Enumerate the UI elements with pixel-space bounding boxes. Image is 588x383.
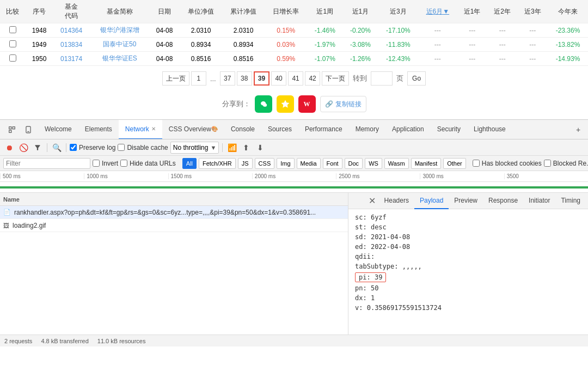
invert-checkbox[interactable] [93,160,100,167]
inspect-element-icon[interactable] [4,122,20,137]
filter-media-btn[interactable]: Media [297,158,321,169]
tab-welcome[interactable]: Welcome [38,120,78,139]
share-area: 分享到： W 🔗 复制链接 [0,91,588,119]
clear-btn[interactable]: 🚫 [17,142,29,154]
wifi-icon[interactable]: 📶 [226,142,238,154]
export-btn[interactable]: ⬇ [254,142,266,154]
page-42-btn[interactable]: 42 [305,71,320,86]
blocked-re-checkbox[interactable] [544,160,551,167]
fund-code-link[interactable]: 014364 [60,27,82,34]
filter-img-btn[interactable]: Img [277,158,294,169]
details-tab-initiator[interactable]: Initiator [523,193,555,209]
disable-cache-checkbox[interactable] [118,144,125,151]
preserve-log-checkbox[interactable] [70,144,77,151]
page-39-btn[interactable]: 39 [254,71,270,86]
page-37-btn[interactable]: 37 [220,71,235,86]
cell-code[interactable]: 013834 [53,38,90,52]
page-41-btn[interactable]: 41 [288,71,303,86]
cell-name[interactable]: 国泰中证50 [90,38,149,52]
filter-input[interactable] [3,158,90,169]
tick-2500: 2500 ms [336,173,420,179]
file-row-loading2[interactable]: 🖼 loading2.gif [0,219,348,232]
table-row: 1950 013174 银华华证ES 04-08 0.8516 0.8516 0… [0,52,588,66]
details-tab-payload[interactable]: Payload [414,193,449,209]
cell-code[interactable]: 014364 [53,23,90,38]
page-38-btn[interactable]: 38 [237,71,252,86]
cell-compare[interactable] [0,52,26,66]
prev-page-btn[interactable]: 上一页 [162,71,189,86]
tab-lighthouse[interactable]: Lighthouse [467,120,512,139]
filter-ws-btn[interactable]: WS [365,158,382,169]
file-row-rankhandler[interactable]: 📄 rankhandler.aspx?op=ph&dt=kf&ft=gp&rs=… [0,206,348,219]
page-40-btn[interactable]: 40 [271,71,286,86]
tab-memory[interactable]: Memory [349,120,385,139]
has-blocked-label[interactable]: Has blocked cookies [473,160,542,167]
copy-link-btn[interactable]: 🔗 复制链接 [320,96,366,112]
has-blocked-checkbox[interactable] [473,160,480,167]
tab-application[interactable]: Application [385,120,431,139]
compare-checkbox[interactable] [9,54,16,62]
details-tab-headers[interactable]: Headers [379,193,414,209]
details-close-btn[interactable]: ✕ [366,194,379,208]
details-tab-timing[interactable]: Timing [555,193,586,209]
tab-css-overview[interactable]: CSS Overview 🎨 [162,120,224,139]
filter-js-btn[interactable]: JS [238,158,253,169]
filter-manifest-btn[interactable]: Manifest [411,158,442,169]
filter-wasm-btn[interactable]: Wasm [384,158,409,169]
page-goto-input[interactable] [371,71,393,86]
add-tab-icon[interactable]: + [571,122,586,137]
blocked-re-label[interactable]: Blocked Re... [544,160,588,167]
cell-compare[interactable] [0,23,26,38]
tab-network[interactable]: Network ✕ [119,120,162,139]
tab-security[interactable]: Security [431,120,467,139]
page-1-btn[interactable]: 1 [191,71,206,86]
filter-fetchxhr-btn[interactable]: Fetch/XHR [199,158,236,169]
preserve-log-label[interactable]: Preserve log [70,144,115,151]
throttle-select[interactable]: No throttling ▼ [170,142,219,154]
device-toolbar-icon[interactable] [21,122,36,137]
weibo-share-icon[interactable]: W [298,95,316,113]
import-btn[interactable]: ⬆ [240,142,252,154]
cell-name[interactable]: 银华华证ES [90,52,149,66]
network-tab-close[interactable]: ✕ [151,126,156,132]
fund-name-link[interactable]: 银华华证ES [102,54,137,62]
hide-data-checkbox[interactable] [120,160,127,167]
filter-css-btn[interactable]: CSS [255,158,275,169]
compare-checkbox[interactable] [9,26,16,33]
favorite-share-icon[interactable] [277,95,294,113]
filter-all-btn[interactable]: All [182,158,197,169]
wechat-share-icon[interactable] [255,95,272,113]
devtools-container: Welcome Elements Network ✕ CSS Overview … [0,119,588,346]
cell-date: 04-08 [149,23,180,38]
cell-m3: -12.43% [378,52,419,66]
fund-name-link[interactable]: 银华沪港深增 [100,26,139,34]
fund-code-link[interactable]: 013834 [60,41,82,48]
payload-pn: pn: 50 [355,284,581,292]
filter-font-btn[interactable]: Font [323,158,342,169]
svg-rect-1 [13,126,15,129]
search-btn[interactable]: 🔍 [51,142,63,154]
cell-compare[interactable] [0,38,26,52]
tick-3000: 3000 ms [420,173,504,179]
next-page-btn[interactable]: 下一页 [322,71,349,86]
invert-label[interactable]: Invert [93,160,118,167]
tab-sources[interactable]: Sources [261,120,298,139]
hide-data-label[interactable]: Hide data URLs [120,160,176,167]
tab-elements[interactable]: Elements [78,120,119,139]
tab-performance[interactable]: Performance [298,120,349,139]
filter-doc-btn[interactable]: Doc [345,158,363,169]
filter-other-btn[interactable]: Other [443,158,466,169]
disable-cache-label[interactable]: Disable cache [118,144,168,151]
go-button[interactable]: Go [407,71,426,86]
filter-toggle-btn[interactable] [32,142,44,154]
record-btn[interactable]: ⏺ [3,142,15,154]
cell-name[interactable]: 银华沪港深增 [90,23,149,38]
tab-console[interactable]: Console [224,120,261,139]
filter-bar: Invert Hide data URLs All Fetch/XHR JS C… [0,156,588,171]
fund-code-link[interactable]: 013174 [60,55,82,63]
fund-name-link[interactable]: 国泰中证50 [103,40,136,48]
details-tab-preview[interactable]: Preview [449,193,483,209]
cell-code[interactable]: 013174 [53,52,90,66]
compare-checkbox[interactable] [9,40,16,47]
details-tab-response[interactable]: Response [483,193,523,209]
